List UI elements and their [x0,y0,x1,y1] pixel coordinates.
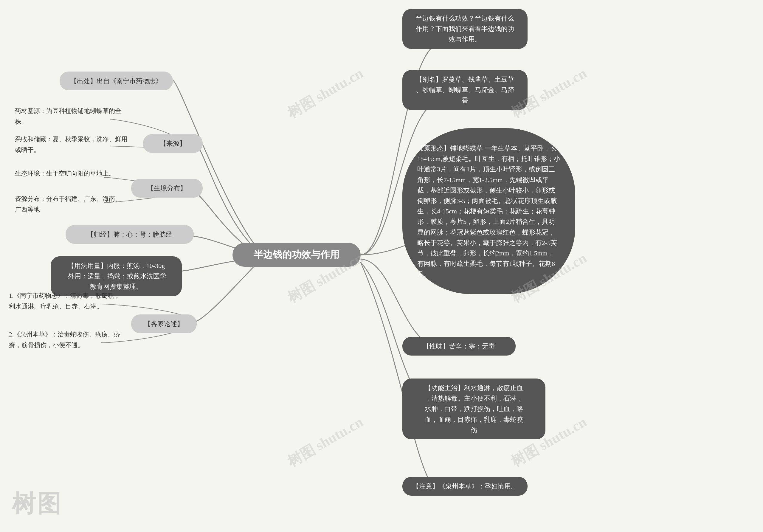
caution-node: 【注意】《泉州本草》：孕妇慎用。 [402,477,527,496]
meridian-label: 【归经】肺；心；肾；膀胱经 [87,231,172,238]
usage-node: 【用法用量】内服：煎汤，10-30g .外用：适量，捣敷；或煎水洗医学 教育网搜… [51,256,182,296]
original-form-node: 【原形态】铺地蝴蝶草 一年生草本。茎平卧，长15-45cm,被短柔毛。叶互生，有… [402,128,575,294]
watermark-1: 树图 shutu.cn [284,64,367,123]
intro-label: 半边钱有什么功效？半边钱有什么 作用？下面我们来看看半边钱的功 效与作用。 [416,15,514,43]
center-node: 半边钱的功效与作用 [233,243,361,267]
original-form-label: 【原形态】铺地蝴蝶草 一年生草本。茎平卧，长15-45cm,被短柔毛。叶互生，有… [417,145,560,278]
source-base-node: 药材基源：为豆科植物铺地蝴蝶草的全株。 [15,106,128,127]
origin-label: 【出处】出自《南宁市药物志》 [70,77,162,85]
habitat-eco-label: 生态环境：生于空旷向阳的草地上。 [15,170,115,177]
discuss1-node: 1.《南宁市药物志》：清热毒，散瘀积，利水通淋。疗乳疮、目赤、石淋。 [9,290,122,312]
discuss2-node: 2.《泉州本草》：治毒蛇咬伤、疮疡、疥癣，筋骨损伤，小便不通。 [9,329,122,351]
source-label: 【来源】 [160,140,186,147]
habitat-dist-node: 资源分布：分布于福建、广东、海南、广西等地 [15,194,125,215]
taste-label: 【性味】苦辛；寒；无毒 [423,343,495,350]
discussions-label: 【各家论述】 [144,320,183,328]
function-label: 【功能主治】利水通淋，散瘀止血 ，清热解毒。主小便不利，石淋， 水肿，白带，跌打… [425,384,523,434]
source-collect-label: 采收和储藏：夏、秋季采收，洗净、鲜用或晒干。 [15,136,128,154]
source-label-node: 【来源】 [143,134,203,153]
watermark-5: 树图 shutu.cn [284,412,367,471]
taste-node: 【性味】苦辛；寒；无毒 [402,337,516,356]
intro-node: 半边钱有什么功效？半边钱有什么 作用？下面我们来看看半边钱的功 效与作用。 [402,9,527,49]
source-base-label: 药材基源：为豆科植物铺地蝴蝶草的全株。 [15,107,121,125]
logo-text: 树图 [12,490,62,517]
discussions-label-node: 【各家论述】 [131,314,197,333]
habitat-label-node: 【生境分布】 [131,179,203,198]
logo: 树图 [12,488,62,520]
center-label: 半边钱的功效与作用 [254,249,340,260]
habitat-eco-node: 生态环境：生于空旷向阳的草地上。 [15,168,125,179]
source-collect-node: 采收和储藏：夏、秋季采收，洗净、鲜用或晒干。 [15,134,128,155]
alias-label: 【别名】罗蔓草、钱凿草、土豆草 、纱帽草、蝴蝶草、马蹄金、马蹄 香 [416,76,514,104]
usage-label: 【用法用量】内服：煎汤，10-30g .外用：适量，捣敷；或煎水洗医学 教育网搜… [66,262,166,290]
function-node: 【功能主治】利水通淋，散瘀止血 ，清热解毒。主小便不利，石淋， 水肿，白带，跌打… [402,378,545,439]
alias-node: 【别名】罗蔓草、钱凿草、土豆草 、纱帽草、蝴蝶草、马蹄金、马蹄 香 [402,70,527,110]
habitat-dist-label: 资源分布：分布于福建、广东、海南、广西等地 [15,195,121,213]
origin-node: 【出处】出自《南宁市药物志》 [59,71,173,90]
meridian-node: 【归经】肺；心；肾；膀胱经 [65,225,194,244]
habitat-label: 【生境分布】 [147,184,186,192]
discuss1-label: 1.《南宁市药物志》：清热毒，散瘀积，利水通淋。疗乳疮、目赤、石淋。 [9,292,120,310]
caution-label: 【注意】《泉州本草》：孕妇慎用。 [412,482,517,490]
discuss2-label: 2.《泉州本草》：治毒蛇咬伤、疮疡、疥癣，筋骨损伤，小便不通。 [9,331,120,349]
